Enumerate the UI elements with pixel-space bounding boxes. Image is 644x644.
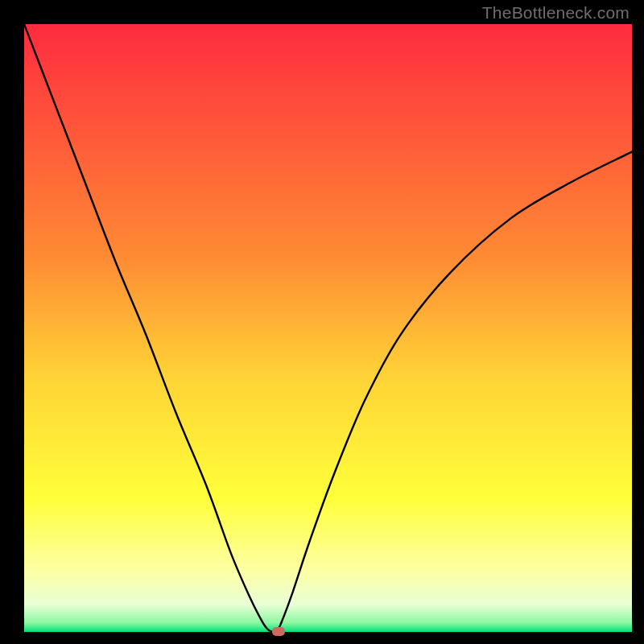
chart-background (24, 24, 632, 632)
watermark-text: TheBottleneck.com (482, 3, 630, 23)
optimum-marker (272, 627, 285, 636)
chart-canvas (24, 24, 632, 632)
